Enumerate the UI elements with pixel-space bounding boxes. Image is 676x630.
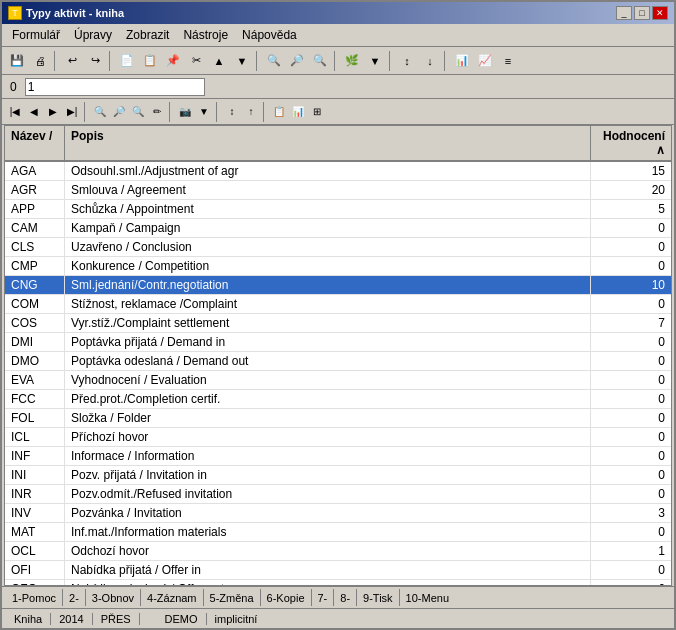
fkey-4[interactable]: 4-Záznam — [141, 589, 204, 606]
nav-chart[interactable]: 📊 — [289, 103, 307, 121]
cell-name: OCL — [5, 542, 65, 560]
toolbar-search2[interactable]: 🔎 — [286, 50, 308, 72]
fkey-1[interactable]: 1-Pomoc — [6, 589, 63, 606]
col-name[interactable]: Název / — [5, 126, 65, 160]
table-row[interactable]: FCCPřed.prot./Completion certif.0 — [5, 390, 671, 409]
table-row[interactable]: AGRSmlouva / Agreement20 — [5, 181, 671, 200]
table-row[interactable]: OFONabídka odeslaná / Offer out6 — [5, 580, 671, 585]
table-row[interactable]: DMOPoptávka odeslaná / Demand out0 — [5, 352, 671, 371]
nav-search2[interactable]: 🔎 — [110, 103, 128, 121]
table-row[interactable]: CLSUzavřeno / Conclusion0 — [5, 238, 671, 257]
cell-description: Stížnost, reklamace /Complaint — [65, 295, 591, 313]
toolbar-sep-4 — [334, 51, 338, 71]
cell-name: INI — [5, 466, 65, 484]
table-row[interactable]: OFINabídka přijatá / Offer in0 — [5, 561, 671, 580]
menu-formular[interactable]: Formulář — [6, 26, 66, 44]
fkey-10[interactable]: 10-Menu — [400, 589, 455, 606]
nav-camera[interactable]: 📷 — [176, 103, 194, 121]
toolbar-print[interactable]: 🖨 — [29, 50, 51, 72]
table-row[interactable]: INRPozv.odmít./Refused invitation0 — [5, 485, 671, 504]
toolbar-cut[interactable]: ✂ — [185, 50, 207, 72]
toolbar-export[interactable]: 📊 — [451, 50, 473, 72]
nav-table[interactable]: 📋 — [270, 103, 288, 121]
toolbar-search1[interactable]: 🔍 — [263, 50, 285, 72]
toolbar-export2[interactable]: 📈 — [474, 50, 496, 72]
toolbar-filter2[interactable]: ▼ — [364, 50, 386, 72]
table-row[interactable]: CNGSml.jednání/Contr.negotiation10 — [5, 276, 671, 295]
table-row[interactable]: FOLSložka / Folder0 — [5, 409, 671, 428]
cell-name: CLS — [5, 238, 65, 256]
fkey-5[interactable]: 5-Změna — [204, 589, 261, 606]
nav-next[interactable]: ▶ — [44, 103, 62, 121]
nav-sep-2 — [169, 102, 173, 122]
toolbar-save[interactable]: 💾 — [6, 50, 28, 72]
toolbar-paste[interactable]: 📌 — [162, 50, 184, 72]
nav-sep-4 — [263, 102, 267, 122]
col-description[interactable]: Popis — [65, 126, 591, 160]
cell-description: Před.prot./Completion certif. — [65, 390, 591, 408]
nav-more[interactable]: ⊞ — [308, 103, 326, 121]
nav-bar: |◀ ◀ ▶ ▶| 🔍 🔎 🔍 ✏ 📷 ▼ ↕ ↑ 📋 📊 ⊞ — [2, 99, 674, 125]
fkey-3[interactable]: 3-Obnov — [86, 589, 141, 606]
menu-upravy[interactable]: Úpravy — [68, 26, 118, 44]
menu-nastroje[interactable]: Nástroje — [177, 26, 234, 44]
nav-search[interactable]: 🔍 — [91, 103, 109, 121]
toolbar-filter[interactable]: 🌿 — [341, 50, 363, 72]
table-row[interactable]: INFInformace / Information0 — [5, 447, 671, 466]
nav-edit[interactable]: ✏ — [148, 103, 166, 121]
cell-name: FCC — [5, 390, 65, 408]
table-row[interactable]: DMIPoptávka přijatá / Demand in0 — [5, 333, 671, 352]
toolbar-sort[interactable]: ↕ — [396, 50, 418, 72]
footer-company: DEMO — [157, 613, 207, 625]
maximize-button[interactable]: □ — [634, 6, 650, 20]
nav-prev[interactable]: ◀ — [25, 103, 43, 121]
toolbar-copy-doc[interactable]: 📋 — [139, 50, 161, 72]
table-row[interactable]: CMPKonkurence / Competition0 — [5, 257, 671, 276]
nav-search3[interactable]: 🔍 — [129, 103, 147, 121]
cell-name: COM — [5, 295, 65, 313]
toolbar-redo[interactable]: ↪ — [84, 50, 106, 72]
cell-description: Odsouhl.sml./Adjustment of agr — [65, 162, 591, 180]
toolbar-sep-6 — [444, 51, 448, 71]
search-input[interactable] — [25, 78, 205, 96]
toolbar-arrow-up[interactable]: ▲ — [208, 50, 230, 72]
menu-zobrazit[interactable]: Zobrazit — [120, 26, 175, 44]
close-button[interactable]: ✕ — [652, 6, 668, 20]
cell-name: MAT — [5, 523, 65, 541]
minimize-button[interactable]: _ — [616, 6, 632, 20]
nav-first[interactable]: |◀ — [6, 103, 24, 121]
nav-filter[interactable]: ▼ — [195, 103, 213, 121]
toolbar-new[interactable]: 📄 — [116, 50, 138, 72]
toolbar-arrow-down[interactable]: ▼ — [231, 50, 253, 72]
table-row[interactable]: COMStížnost, reklamace /Complaint0 — [5, 295, 671, 314]
table-row[interactable]: OCLOdchozí hovor1 — [5, 542, 671, 561]
fkey-6[interactable]: 6-Kopie — [261, 589, 312, 606]
cell-description: Pozv. přijatá / Invitation in — [65, 466, 591, 484]
nav-sort[interactable]: ↕ — [223, 103, 241, 121]
nav-last[interactable]: ▶| — [63, 103, 81, 121]
table-row[interactable]: INIPozv. přijatá / Invitation in0 — [5, 466, 671, 485]
fkey-2[interactable]: 2- — [63, 589, 86, 606]
table-row[interactable]: MATInf.mat./Information materials0 — [5, 523, 671, 542]
table-row[interactable]: INVPozvánka / Invitation3 — [5, 504, 671, 523]
table-row[interactable]: EVAVyhodnocení / Evaluation0 — [5, 371, 671, 390]
toolbar-sort2[interactable]: ↓ — [419, 50, 441, 72]
table-row[interactable]: AGAOdsouhl.sml./Adjustment of agr15 — [5, 162, 671, 181]
table-row[interactable]: ICLPříchozí hovor0 — [5, 428, 671, 447]
table-row[interactable]: CAMKampaň / Campaign0 — [5, 219, 671, 238]
toolbar-search3[interactable]: 🔍 — [309, 50, 331, 72]
toolbar-undo[interactable]: ↩ — [61, 50, 83, 72]
nav-sort2[interactable]: ↑ — [242, 103, 260, 121]
table-row[interactable]: COSVyr.stíž./Complaint settlement7 — [5, 314, 671, 333]
cell-rating: 1 — [591, 542, 671, 560]
row-number: 0 — [6, 80, 21, 94]
fkey-8[interactable]: 8- — [334, 589, 357, 606]
col-rating[interactable]: Hodnocení ∧ — [591, 126, 671, 160]
fkey-9[interactable]: 9-Tisk — [357, 589, 400, 606]
menu-napoveda[interactable]: Nápověda — [236, 26, 303, 44]
data-table: Název / Popis Hodnocení ∧ AGAOdsouhl.sml… — [4, 125, 672, 586]
fkey-7[interactable]: 7- — [312, 589, 335, 606]
toolbar-settings[interactable]: ≡ — [497, 50, 519, 72]
cell-rating: 0 — [591, 219, 671, 237]
table-row[interactable]: APPSchůzka / Appointment5 — [5, 200, 671, 219]
